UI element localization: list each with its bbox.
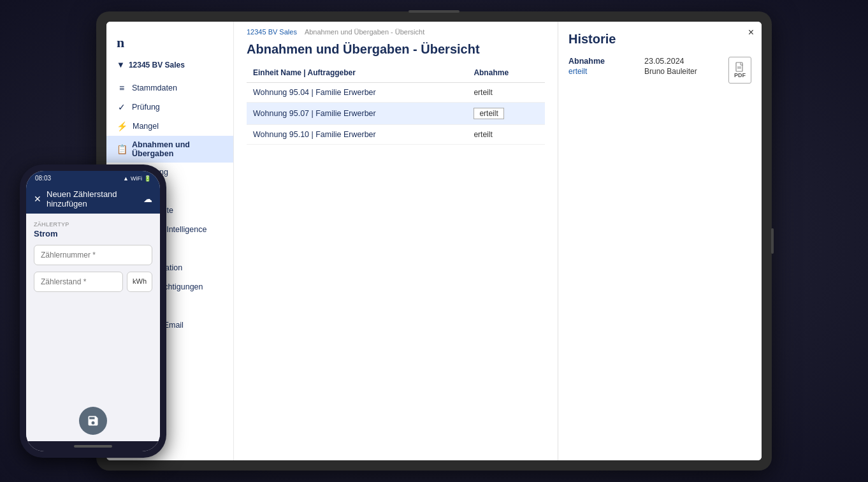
stammdaten-icon: ≡ bbox=[117, 83, 127, 93]
cell-status-2: erteilt bbox=[467, 103, 545, 125]
cell-unit-3: Wohnung 95.10 | Familie Erwerber bbox=[247, 125, 467, 145]
wifi-icon: WiFi bbox=[131, 175, 142, 182]
cell-unit-1: Wohnung 95.04 | Familie Erwerber bbox=[247, 83, 467, 103]
historie-panel: × Historie Abnahme erteilt 23.05.2024 Br… bbox=[558, 22, 762, 460]
phone: 08:03 ▲ WiFi 🔋 ✕ Neuen Zählerstand hinzu… bbox=[20, 164, 166, 458]
phone-screen: 08:03 ▲ WiFi 🔋 ✕ Neuen Zählerstand hinzu… bbox=[26, 171, 160, 451]
cell-status-1: erteilt bbox=[467, 83, 545, 103]
phone-close-button[interactable]: ✕ bbox=[34, 194, 41, 204]
pdf-download-button[interactable]: PDF bbox=[728, 57, 751, 84]
phone-status-bar: 08:03 ▲ WiFi 🔋 bbox=[26, 171, 160, 184]
sidebar-label-mangel: Mangel bbox=[133, 122, 159, 131]
status-badge-3: erteilt bbox=[474, 130, 492, 139]
phone-time: 08:03 bbox=[35, 175, 51, 182]
historie-name: Bruno Bauleiter bbox=[644, 67, 721, 76]
sidebar-label-stammdaten: Stammdaten bbox=[132, 84, 177, 92]
historie-entry-label: Abnahme bbox=[568, 57, 637, 66]
phone-home-bar bbox=[26, 441, 160, 451]
tablet-right-button bbox=[771, 228, 774, 254]
phone-cloud-icon: ☁ bbox=[143, 194, 152, 204]
sidebar-item-pruefung[interactable]: ✓ Prüfung bbox=[106, 98, 233, 117]
pdf-label: PDF bbox=[734, 72, 746, 78]
pruefung-icon: ✓ bbox=[117, 102, 127, 112]
sidebar-item-stammdaten[interactable]: ≡ Stammdaten bbox=[106, 78, 233, 98]
abnahmen-icon: 📋 bbox=[117, 144, 127, 154]
status-badge-2: erteilt bbox=[474, 108, 503, 119]
tablet-screen: n ▼ 12345 BV Sales ≡ Stammdaten ✓ Prüfun… bbox=[106, 22, 762, 460]
breadcrumb-current: Abnahmen und Übergaben - Übersicht bbox=[305, 28, 424, 36]
project-name: 12345 BV Sales bbox=[129, 61, 185, 69]
historie-value-group: 23.05.2024 Bruno Bauleiter bbox=[644, 57, 721, 76]
status-badge-1: erteilt bbox=[474, 88, 492, 97]
save-button[interactable] bbox=[79, 407, 107, 435]
zählertyp-value: Strom bbox=[34, 229, 152, 238]
table-row[interactable]: Wohnung 95.10 | Familie Erwerber erteilt bbox=[247, 125, 545, 145]
close-button[interactable]: × bbox=[748, 27, 754, 38]
phone-status-icons: ▲ WiFi 🔋 bbox=[123, 175, 151, 182]
col-header-unit: Einheit Name | Auftraggeber bbox=[247, 63, 467, 83]
historie-label-group: Abnahme erteilt bbox=[568, 57, 637, 76]
main-content: 12345 BV Sales Abnahmen und Übergaben - … bbox=[234, 22, 558, 460]
historie-entry: Abnahme erteilt 23.05.2024 Bruno Bauleit… bbox=[568, 57, 751, 84]
table-row[interactable]: Wohnung 95.04 | Familie Erwerber erteilt bbox=[247, 83, 545, 103]
abnahmen-table: Einheit Name | Auftraggeber Abnahme Wohn… bbox=[247, 63, 545, 145]
sidebar-project[interactable]: ▼ 12345 BV Sales bbox=[106, 56, 233, 73]
historie-date: 23.05.2024 bbox=[644, 57, 721, 66]
historie-entry-sublabel: erteilt bbox=[568, 67, 637, 76]
breadcrumb-link-project[interactable]: 12345 BV Sales bbox=[247, 28, 297, 36]
funnel-icon: ▼ bbox=[117, 60, 125, 69]
home-indicator bbox=[74, 445, 112, 448]
logo-text: n bbox=[117, 34, 124, 50]
tablet-top-button bbox=[409, 10, 459, 13]
zählertyp-label: Zählertyp bbox=[34, 221, 152, 228]
phone-header: ✕ Neuen Zählerstand hinzufügen ☁ bbox=[26, 184, 160, 214]
zählertyp-group: Zählertyp Strom bbox=[34, 221, 152, 238]
mangel-icon: ⚡ bbox=[117, 121, 127, 131]
table-container: Einheit Name | Auftraggeber Abnahme Wohn… bbox=[234, 63, 558, 460]
phone-body: Zählertyp Strom kWh bbox=[26, 214, 160, 400]
col-header-status: Abnahme bbox=[467, 63, 545, 83]
zählerstand-input[interactable] bbox=[34, 272, 123, 292]
sidebar-item-abnahmen[interactable]: 📋 Abnahmen und Übergaben bbox=[106, 136, 233, 163]
phone-footer bbox=[26, 400, 160, 441]
logo: n bbox=[106, 29, 233, 54]
page-title: Abnahmen und Übergaben - Übersicht bbox=[234, 40, 558, 63]
phone-header-title: Neuen Zählerstand hinzufügen bbox=[47, 189, 138, 208]
kwh-unit: kWh bbox=[127, 272, 152, 292]
sidebar-item-mangel[interactable]: ⚡ Mangel bbox=[106, 117, 233, 136]
zählernummer-input[interactable] bbox=[34, 245, 152, 265]
cell-status-3: erteilt bbox=[467, 125, 545, 145]
battery-icon: 🔋 bbox=[144, 175, 151, 182]
tablet: n ▼ 12345 BV Sales ≡ Stammdaten ✓ Prüfun… bbox=[96, 11, 772, 471]
sidebar-label-pruefung: Prüfung bbox=[132, 103, 160, 112]
breadcrumb: 12345 BV Sales Abnahmen und Übergaben - … bbox=[234, 22, 558, 40]
table-row[interactable]: Wohnung 95.07 | Familie Erwerber erteilt bbox=[247, 103, 545, 125]
zählerstand-row: kWh bbox=[34, 272, 152, 292]
cell-unit-2: Wohnung 95.07 | Familie Erwerber bbox=[247, 103, 467, 125]
historie-title: Historie bbox=[568, 32, 751, 47]
signal-icon: ▲ bbox=[123, 175, 129, 182]
sidebar-label-abnahmen: Abnahmen und Übergaben bbox=[132, 140, 223, 158]
